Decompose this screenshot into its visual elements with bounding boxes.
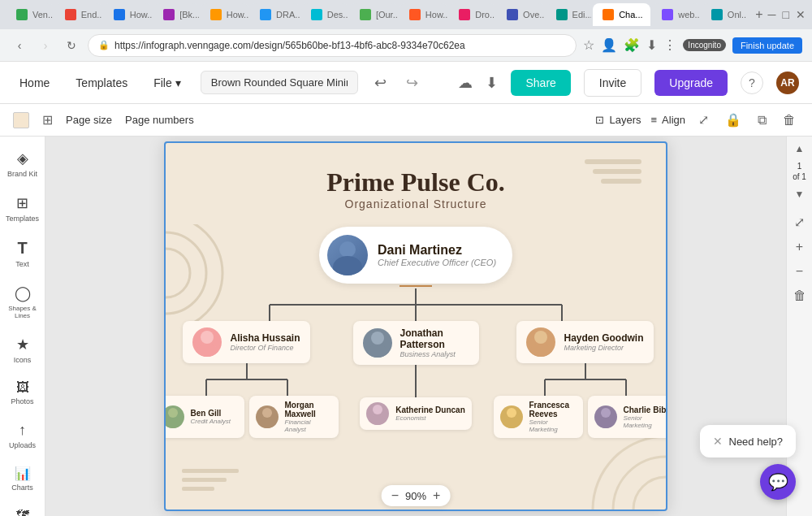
svg-point-27 [262,408,272,418]
help-close-button[interactable]: ✕ [713,435,723,448]
manager-hayden[interactable]: Hayden Goodwin Marketing Director [494,321,668,438]
bookmark-icon[interactable]: ☆ [583,37,594,53]
page-size-button[interactable]: Page size [66,114,112,126]
maximize-button[interactable]: □ [783,8,789,21]
forward-button[interactable]: › [36,36,55,55]
design-name-input[interactable] [201,71,358,94]
align-button[interactable]: ≡ Align [650,114,685,126]
upgrade-button[interactable]: Upgrade [654,70,728,96]
sidebar-item-shapes[interactable]: ◯ Shapes & Lines [3,278,42,326]
tab-6[interactable]: DRA... [250,3,300,26]
hayden-box[interactable]: Hayden Goodwin Marketing Director [516,321,653,363]
tab-3[interactable]: How... [104,3,152,26]
back-button[interactable]: ‹ [10,36,29,55]
chat-button[interactable]: 💬 [760,464,796,500]
sidebar-item-charts[interactable]: 📊 Charts [3,459,42,498]
tab-8[interactable]: [Our... [350,3,398,26]
uploads-icon: ↑ [19,422,26,439]
alisha-connectors [174,363,320,396]
minimize-button[interactable]: ─ [768,8,776,21]
tab-10[interactable]: Dro... [449,3,495,26]
home-button[interactable]: Home [13,73,56,93]
alisha-box[interactable]: Alisha Hussain Director Of Finance [183,321,309,363]
tab-7[interactable]: Des... [301,3,348,26]
layers-button[interactable]: ⊡ Layers [595,114,641,126]
right-panel-trash[interactable]: 🗑 [790,287,810,305]
resize-icon[interactable]: ⤢ [695,111,712,129]
group-icon[interactable]: ⧉ [754,111,770,129]
jonathan-box[interactable]: Jonathan Patterson Business Analyst [353,321,479,365]
user-avatar[interactable]: AR [776,72,799,94]
templates-button[interactable]: Templates [69,73,134,93]
close-button[interactable]: ✕ [796,8,806,21]
sub-francesca[interactable]: Francesca Reeves Senior Marketing [494,396,583,438]
sub-morgan[interactable]: Morgan Maxwell Financial Analyst [249,396,339,438]
right-panel-minus[interactable]: − [793,262,806,280]
grid-icon[interactable]: ⊞ [42,112,53,128]
zoom-minus-button[interactable]: − [391,488,399,503]
lock-icon-toolbar[interactable]: 🔒 [722,111,745,129]
tab-12[interactable]: Edi... [546,3,592,26]
manager-jonathan[interactable]: Jonathan Patterson Business Analyst [353,321,479,438]
sidebar-item-brand-kit[interactable]: ◈ Brand Kit [3,143,42,184]
page-numbers-button[interactable]: Page numbers [125,114,194,126]
share-button[interactable]: Share [511,70,570,96]
tab-9[interactable]: How... [400,3,447,26]
right-panel-add[interactable]: + [793,238,806,256]
tab-4[interactable]: [Bk... [153,3,199,26]
tab-2[interactable]: End... [55,3,102,26]
help-button[interactable]: ? [741,72,763,94]
page-of: of 1 [793,171,806,182]
download-button[interactable]: ⬇ [486,74,498,92]
sub-katherine[interactable]: Katherine Duncan Economist [360,397,472,430]
scroll-up-button[interactable]: ▲ [795,143,805,154]
new-tab-button[interactable]: + [752,7,766,22]
extension-icon[interactable]: 🧩 [624,37,640,53]
download-icon[interactable]: ⬇ [646,37,657,53]
tab-15[interactable]: Onl... [702,3,747,26]
sidebar-item-maps[interactable]: 🗺 Maps [3,501,42,516]
finish-update-button[interactable]: Finish update [732,37,802,54]
canvas-area[interactable]: Prime Pulse Co. Organizational Structure [45,137,786,516]
hayden-name: Hayden Goodwin [564,332,643,344]
invite-button[interactable]: Invite [584,69,641,97]
sidebar-item-uploads[interactable]: ↑ Uploads [3,415,42,456]
page-current: 1 [793,161,806,171]
ceo-row[interactable]: Dani Martinez Chief Executive Officer (C… [319,227,512,284]
design-canvas[interactable]: Prime Pulse Co. Organizational Structure [164,141,667,511]
scroll-down-button[interactable]: ▼ [795,189,805,200]
reload-button[interactable]: ↻ [62,36,81,55]
settings-icon[interactable]: ⋮ [663,37,676,53]
sidebar-item-text[interactable]: T Text [3,232,42,275]
file-menu[interactable]: File ▾ [147,73,188,93]
tab-11[interactable]: Ove... [497,3,545,26]
manager-alisha[interactable]: Alisha Hussain Director Of Finance [164,321,339,438]
sidebar-item-photos[interactable]: 🖼 Photos [3,374,42,412]
jonathan-name: Jonathan Patterson [400,327,469,350]
ceo-box[interactable]: Dani Martinez Chief Executive Officer (C… [319,227,512,284]
sub-charlie[interactable]: Charlie Bibi Senior Marketing [588,396,668,438]
color-swatch[interactable] [13,112,29,128]
tab-5[interactable]: How... [201,3,248,26]
tab-1[interactable]: Ven... [6,3,54,26]
browser-controls: ‹ › ↻ 🔒 https://infograph.venngage.com/d… [0,29,812,62]
hayden-title: Marketing Director [564,344,643,352]
tab-13[interactable]: Cha... ✕ [593,3,650,26]
sub-ben[interactable]: Ben Gill Credit Analyst [164,396,244,438]
tab-11-label: Ove... [523,10,545,20]
profile-icon[interactable]: 👤 [601,37,617,53]
sidebar-item-icons[interactable]: ★ Icons [3,329,42,371]
tab-14[interactable]: web... [652,3,700,26]
address-bar[interactable]: 🔒 https://infograph.venngage.com/design/… [88,34,577,57]
delete-icon[interactable]: 🗑 [780,111,799,129]
tab-13-label: Cha... [619,10,642,20]
redo-button[interactable]: ↪ [403,71,421,95]
hayden-subs: Francesca Reeves Senior Marketing [494,396,668,438]
svg-point-33 [369,415,387,425]
sidebar-item-templates[interactable]: ⊞ Templates [3,188,42,229]
zoom-plus-button[interactable]: + [433,488,440,503]
undo-button[interactable]: ↩ [371,71,390,95]
align-label: Align [662,114,685,126]
expand-icon[interactable]: ⤢ [791,213,808,232]
file-chevron-icon: ▾ [175,76,181,89]
